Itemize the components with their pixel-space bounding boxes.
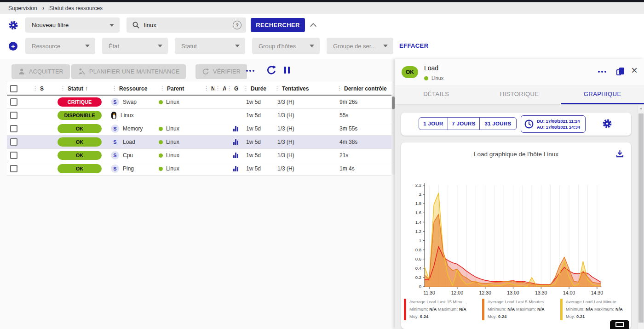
filter-preset-select[interactable]: Nouveau filtre [25,17,120,33]
download-icon[interactable] [615,149,624,158]
breadcrumb-current: Statut des ressources [49,5,103,11]
graph-settings-gear-icon[interactable] [602,119,612,129]
tab-d-tails[interactable]: DÉTAILS [395,85,478,104]
table-row-swap[interactable]: CRITIQUESSwapLinux1w 5d3/3 (H)9m 26s [7,96,391,109]
select-all-checkbox[interactable] [10,85,17,92]
range-button-31-jours[interactable]: 31 JOURS [479,117,517,130]
range-button-1-jour[interactable]: 1 JOUR [419,117,448,130]
clear-filters-button[interactable]: EFFACER [399,42,428,49]
drag-handle-icon[interactable]: ⋮ [33,85,38,91]
parent-status-dot [159,100,163,104]
resource-name[interactable]: Swap [123,99,137,105]
filter-select-groupe-de-ser[interactable]: Groupe de ser... [327,38,393,54]
ack-cell [214,162,226,175]
ack-cell [214,136,226,148]
range-button-7-jours[interactable]: 7 JOURS [448,117,480,130]
table-row-load[interactable]: OKSLoadLinux1w 5d1/3 (H)4m 38s [7,136,391,149]
drag-handle-icon[interactable]: ⋮ [160,85,165,91]
check-button[interactable]: VÉRIFIER [196,64,247,79]
resource-name[interactable]: Linux [121,112,134,119]
table-row-ping[interactable]: OKSPingLinux1w 5d1/3 (H)1m 4s [7,162,391,176]
copy-link-icon[interactable] [616,68,625,77]
parent-name[interactable]: Linux [166,99,179,105]
column-header-tentatives[interactable]: ⋮Tentatives [271,82,333,95]
row-checkbox-cell [7,149,27,162]
column-header-dur-e[interactable]: ⋮Durée [240,82,271,95]
linux-penguin-icon [111,112,117,119]
legend-text: Average Load Last 15 Minu...Minimum: N/A… [409,299,466,320]
column-header-n[interactable]: ⋮N [203,82,214,95]
svg-text:0.2: 0.2 [415,275,421,280]
parent-name[interactable]: Linux [166,152,179,159]
table-row-memory[interactable]: OKSMemoryLinux1w 5d1/3 (H)3m 55s [7,122,391,136]
filter-select-tat[interactable]: État [102,38,168,54]
drag-handle-icon[interactable]: ⋮ [60,85,65,91]
legend-color-bar [560,299,563,320]
graph-available-icon[interactable] [233,166,238,171]
row-checkbox[interactable] [10,112,17,119]
svg-text:1.6: 1.6 [415,210,421,215]
drag-handle-icon[interactable]: ⋮ [204,85,209,91]
tab-graphique[interactable]: GRAPHIQUE [561,85,644,104]
close-icon[interactable]: × [631,65,638,76]
graph-available-icon[interactable] [233,139,238,145]
panel-scrollbar-thumb[interactable] [638,113,644,323]
parent-name[interactable]: Linux [166,125,179,132]
resource-name[interactable]: Ping [123,165,134,172]
drag-handle-icon[interactable]: ⋮ [275,85,280,91]
column-header-statut[interactable]: ⋮Statut↑ [57,82,108,95]
panel-scrollbar[interactable]: ▲ [638,105,644,329]
drag-handle-icon[interactable]: ⋮ [337,85,342,91]
sort-asc-icon[interactable]: ↑ [85,85,88,92]
column-header-dernier-contr-le[interactable]: ⋮Dernier contrôle [333,82,391,95]
row-checkbox[interactable] [10,152,17,159]
table-row-cpu[interactable]: OKSCpuLinux1w 5d1/3 (H)21s [7,149,391,162]
table-row-linux[interactable]: DISPONIBLELinux1w 5d1/3 (H)55s [7,109,391,122]
table-scrollbar-thumb[interactable] [392,96,395,109]
graph-available-icon[interactable] [233,153,238,158]
acknowledge-label: ACQUITTER [29,68,63,75]
acknowledge-button[interactable]: ACQUITTER [12,64,70,79]
column-header-s[interactable]: ⋮S [27,82,57,95]
resource-name[interactable]: Cpu [123,152,133,159]
help-icon[interactable]: ? [233,21,242,29]
filter-select-statut[interactable]: Statut [175,38,245,54]
tab-historique[interactable]: HISTORIQUE [478,85,561,104]
column-header-parent[interactable]: ⋮Parent [156,82,203,95]
parent-name[interactable]: Linux [166,165,179,172]
column-header-a[interactable]: ⋮A [214,82,226,95]
parent-name[interactable]: Linux [166,139,179,145]
drag-handle-icon[interactable]: ⋮ [215,85,220,91]
more-actions-icon[interactable] [245,70,255,72]
row-checkbox[interactable] [10,125,17,132]
search-input[interactable] [144,22,229,28]
pause-icon[interactable] [284,67,290,74]
status-badge: CRITIQUE [58,97,102,107]
scroll-up-arrow-icon[interactable]: ▲ [638,107,644,110]
row-checkbox[interactable] [10,98,17,106]
severity-cell [27,122,57,135]
filter-select-ressource[interactable]: Ressource [25,38,95,54]
breadcrumb-supervision[interactable]: Supervision [8,5,37,11]
drag-handle-icon[interactable]: ⋮ [243,85,248,91]
drag-handle-icon[interactable]: ⋮ [227,85,232,91]
refresh-icon[interactable] [266,65,276,75]
panel-more-icon[interactable] [597,71,607,73]
drag-handle-icon[interactable]: ⋮ [112,85,117,91]
search-button[interactable]: RECHERCHER [251,18,305,32]
custom-period-picker[interactable]: DU: 17/08/2021 11:24 AU: 17/08/2021 14:3… [521,115,586,133]
row-checkbox[interactable] [10,165,17,172]
status-cell: OK [57,122,108,135]
column-header-g[interactable]: ⋮G [226,82,240,95]
row-checkbox[interactable] [10,138,17,146]
filter-select-group-d-h-tes[interactable]: Group d'hôtes [252,38,320,54]
table-scrollbar[interactable] [391,96,395,175]
fullscreen-capture-icon[interactable] [610,320,629,329]
column-header-ressource[interactable]: ⋮Ressource [108,82,156,95]
graph-available-icon[interactable] [233,126,238,131]
resource-name[interactable]: Load [123,139,135,145]
set-maintenance-button[interactable]: PLANIFIER UNE MAINTENANCE [71,64,186,79]
filter-settings-gear-icon[interactable] [8,20,18,30]
legend-series-name: Average Load Last 5 Minutes [488,299,545,305]
resource-name[interactable]: Memory [123,125,143,132]
